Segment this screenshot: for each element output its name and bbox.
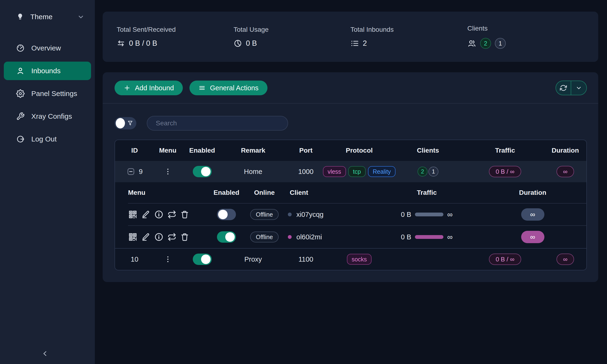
sidebar-nav: Overview Inbounds Panel Settings — [4, 39, 91, 153]
subcol-header-enabled: Enabled — [209, 189, 244, 196]
table-header: ID Menu Enabled Remark Port Protocol Cli… — [115, 140, 586, 161]
client-enabled-toggle[interactable] — [217, 209, 236, 220]
sidebar-item-xray-configs[interactable]: Xray Configs — [4, 107, 91, 126]
info-icon[interactable] — [154, 210, 164, 219]
sidebar-item-log-out[interactable]: Log Out — [4, 130, 91, 148]
inbound-port: 1100 — [283, 256, 328, 263]
sidebar-item-label: Xray Configs — [31, 112, 72, 120]
chevron-down-icon — [575, 84, 582, 91]
col-header-protocol: Protocol — [328, 147, 390, 154]
wrench-icon — [16, 112, 25, 121]
main-content: Total Sent/Received 0 B / 0 B Total Usag… — [95, 0, 607, 364]
subtable-header: Menu Enabled Online Client Traffic Durat… — [128, 182, 586, 204]
theme-selector[interactable]: Theme — [4, 10, 91, 24]
col-header-enabled: Enabled — [181, 147, 223, 154]
inbound-duration-pill: ∞ — [556, 254, 574, 265]
inbound-id: 10 — [115, 256, 154, 263]
client-row-ol60i2mi: Offline ol60i2mi 0 B ∞ ∞ — [128, 226, 586, 248]
gear-icon — [16, 89, 25, 98]
subcol-header-traffic: Traffic — [375, 189, 479, 196]
subcol-header-client: Client — [285, 189, 375, 196]
sidebar-item-label: Overview — [31, 44, 61, 52]
pie-chart-icon — [234, 39, 242, 48]
col-header-traffic: Traffic — [466, 147, 544, 154]
sidebar-item-label: Panel Settings — [31, 90, 77, 98]
col-header-id: ID — [115, 147, 154, 154]
client-status-dot — [288, 235, 292, 239]
table-row-inbound-10[interactable]: 10 Proxy 1100 socks — [115, 248, 586, 270]
clients-online-badge: 2 — [418, 167, 427, 177]
stat-value: 0 B / 0 B — [129, 39, 157, 48]
stats-card: Total Sent/Received 0 B / 0 B Total Usag… — [103, 12, 598, 62]
qr-code-icon[interactable] — [128, 210, 138, 219]
clients-total-badge: 1 — [428, 167, 438, 177]
clients-total-badge: 1 — [495, 38, 506, 49]
inbound-id: 9 — [139, 168, 143, 176]
search-input[interactable] — [147, 116, 288, 130]
row-menu-button[interactable] — [164, 255, 172, 263]
stat-total-usage: Total Usage 0 B — [234, 26, 350, 48]
person-icon — [16, 66, 25, 75]
info-icon[interactable] — [154, 232, 164, 242]
sidebar-item-label: Log Out — [31, 135, 57, 143]
inbound-protocols: vless tcp Reality — [328, 166, 390, 177]
client-name: xi07ycqg — [296, 211, 323, 219]
gauge-icon — [16, 44, 25, 52]
sidebar: Theme Overview Inbounds — [0, 0, 95, 364]
refresh-dropdown-button[interactable] — [571, 81, 586, 95]
edit-icon[interactable] — [141, 233, 150, 242]
subcol-header-online: Online — [244, 189, 285, 196]
search-row — [115, 116, 587, 130]
inbound-enabled-toggle[interactable] — [193, 166, 212, 177]
bulb-icon — [16, 13, 24, 21]
inbound-traffic-pill: 0 B / ∞ — [489, 254, 521, 265]
clients-sub-panel: Menu Enabled Online Client Traffic Durat… — [115, 182, 586, 248]
col-header-remark: Remark — [223, 147, 283, 154]
inbound-port: 1000 — [283, 168, 328, 176]
qr-code-icon[interactable] — [128, 232, 138, 242]
inbound-client-badges: 2 1 — [390, 167, 466, 177]
protocol-tag: tcp — [348, 166, 366, 177]
refresh-button-group — [555, 80, 587, 95]
sidebar-item-overview[interactable]: Overview — [4, 39, 91, 57]
general-actions-button[interactable]: General Actions — [189, 80, 267, 95]
filter-toggle[interactable] — [115, 117, 136, 130]
reset-traffic-icon[interactable] — [167, 210, 176, 219]
inbound-protocols: socks — [328, 254, 390, 265]
table-row-inbound-9[interactable]: 9 Home 1000 vless tcp Real — [115, 161, 586, 182]
inbound-enabled-toggle[interactable] — [193, 254, 212, 265]
col-header-duration: Duration — [544, 147, 586, 154]
client-traffic-bar — [415, 213, 443, 216]
sidebar-collapse-button[interactable] — [41, 349, 49, 358]
trash-icon[interactable] — [180, 210, 189, 219]
refresh-icon — [560, 84, 567, 92]
stat-label: Clients — [467, 25, 584, 32]
stat-total-sent-received: Total Sent/Received 0 B / 0 B — [117, 26, 234, 48]
list-icon — [350, 39, 359, 48]
add-inbound-button[interactable]: Add Inbound — [115, 80, 183, 95]
toggle-knob — [116, 118, 125, 129]
trash-icon[interactable] — [180, 233, 189, 242]
client-traffic-limit: ∞ — [447, 210, 453, 219]
client-enabled-toggle[interactable] — [217, 231, 236, 243]
col-header-port: Port — [283, 147, 328, 154]
col-header-clients: Clients — [390, 147, 466, 154]
hamburger-icon — [198, 84, 206, 91]
client-traffic-bar — [415, 235, 443, 239]
collapse-row-button[interactable] — [126, 167, 135, 176]
protocol-tag: vless — [323, 166, 346, 177]
refresh-button[interactable] — [556, 81, 571, 95]
reset-traffic-icon[interactable] — [167, 233, 176, 242]
edit-icon[interactable] — [141, 210, 150, 219]
stat-clients: Clients 2 1 — [467, 25, 584, 49]
inbound-duration-pill: ∞ — [556, 166, 574, 177]
plus-icon — [123, 84, 131, 91]
sidebar-item-inbounds[interactable]: Inbounds — [4, 62, 91, 80]
chevron-left-icon — [41, 349, 49, 358]
client-name: ol60i2mi — [296, 233, 322, 241]
protocol-tag: socks — [347, 254, 371, 265]
row-menu-button[interactable] — [164, 168, 172, 176]
sidebar-item-panel-settings[interactable]: Panel Settings — [4, 84, 91, 103]
toolbar: Add Inbound General Actions — [115, 80, 587, 95]
client-row-xi07ycqg: Offline xi07ycqg 0 B ∞ ∞ — [128, 204, 586, 226]
